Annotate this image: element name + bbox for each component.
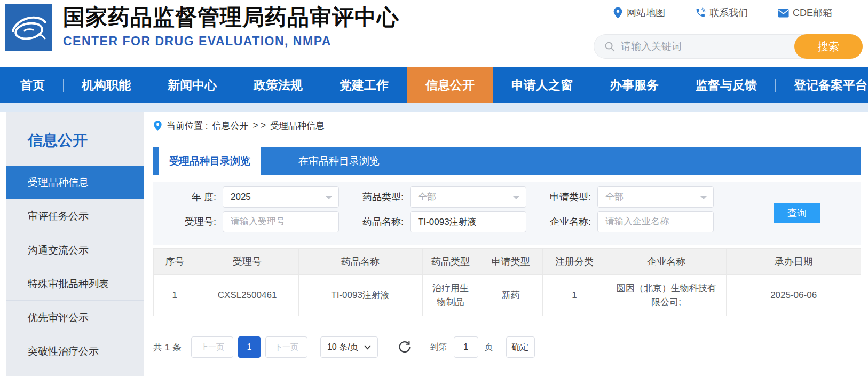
nav-item-news[interactable]: 新闻中心 <box>149 67 235 103</box>
filter-apply-type: 申请类型: 全部 <box>541 186 714 208</box>
contact-link[interactable]: 联系我们 <box>695 6 748 19</box>
acceptance-no-field <box>223 211 339 232</box>
tab-accepted-catalog[interactable]: 受理品种目录浏览 <box>159 147 261 175</box>
location-pin-icon <box>153 120 162 131</box>
cell-drug-type: 治疗用生物制品 <box>422 275 479 316</box>
filter-drug-type: 药品类型: 全部 <box>354 186 526 208</box>
header-quick-links: 网站地图 联系我们 CDE邮箱 <box>613 6 832 19</box>
search-input[interactable] <box>616 41 794 52</box>
nav-item-applicant-window[interactable]: 申请人之窗 <box>493 67 591 103</box>
breadcrumb-info-disclosure[interactable]: 信息公开 <box>212 120 248 132</box>
sidebar-item-accepted-varieties[interactable]: 受理品种信息 <box>6 166 144 199</box>
cell-company: 圆因（北京）生物科技有限公司; <box>606 275 727 316</box>
breadcrumb-divider <box>153 137 861 137</box>
sitemap-label: 网站地图 <box>627 6 665 19</box>
nav-item-supervision[interactable]: 监督与反馈 <box>677 67 775 103</box>
company-input[interactable] <box>598 212 713 232</box>
apply-type-value: 全部 <box>598 187 713 207</box>
filter-row-2: 受理号: 药品名称: 企业名称: <box>167 211 861 232</box>
col-date: 承办日期 <box>727 249 861 275</box>
year-select[interactable]: 2025 <box>223 186 339 208</box>
sidebar-item-priority-review[interactable]: 优先审评公示 <box>6 300 144 334</box>
company-field <box>597 211 714 232</box>
nav-item-info-disclosure[interactable]: 信息公开 <box>407 67 493 103</box>
confirm-button[interactable]: 确定 <box>506 336 535 358</box>
catalog-tabs: 受理品种目录浏览 在审品种目录浏览 <box>153 147 861 175</box>
sitemap-link[interactable]: 网站地图 <box>613 6 665 19</box>
year-label: 年 度: <box>167 191 216 203</box>
breadcrumb-accepted-varieties[interactable]: 受理品种信息 <box>270 120 325 132</box>
phone-icon <box>695 7 706 18</box>
cell-reg-class: 1 <box>542 275 606 316</box>
year-value: 2025 <box>223 187 338 207</box>
mail-label: CDE邮箱 <box>793 6 832 19</box>
nav-item-policies[interactable]: 政策法规 <box>235 67 321 103</box>
nav-item-services[interactable]: 办事服务 <box>591 67 677 103</box>
drug-name-field <box>410 211 526 232</box>
drug-name-input[interactable] <box>411 212 526 232</box>
goto-unit: 页 <box>485 342 493 353</box>
cde-logo[interactable] <box>5 4 52 51</box>
nav-item-party[interactable]: 党建工作 <box>321 67 407 103</box>
table-header-row: 序号 受理号 药品名称 药品类型 申请类型 注册分类 企业名称 承办日期 <box>154 249 861 275</box>
goto-page-input[interactable] <box>454 336 478 358</box>
query-button[interactable]: 查询 <box>774 203 820 223</box>
filter-company: 企业名称: <box>541 211 714 232</box>
page-size-select[interactable]: 10 条/页 <box>320 336 378 358</box>
col-company: 企业名称 <box>606 249 727 275</box>
search-button[interactable]: 搜索 <box>794 34 863 59</box>
mail-icon <box>778 9 789 18</box>
sidebar-item-communication[interactable]: 沟通交流公示 <box>6 233 144 267</box>
pagination: 共 1 条 上一页 1 下一页 10 条/页 到第 页 确定 <box>153 336 861 358</box>
breadcrumb: 当前位置 : 信息公开 > > 受理品种信息 <box>153 112 861 134</box>
site-search: 搜索 <box>594 34 863 59</box>
nav-item-home[interactable]: 首页 <box>2 67 63 103</box>
filter-panel: 年 度: 2025 药品类型: 全部 申请类型: 全部 <box>153 182 861 245</box>
site-header: 国家药品监督管理局药品审评中心 CENTER FOR DRUG EVALUATI… <box>0 0 868 67</box>
col-apply-type: 申请类型 <box>479 249 542 275</box>
total-count: 共 1 条 <box>153 341 182 354</box>
filter-row-1: 年 度: 2025 药品类型: 全部 申请类型: 全部 <box>167 186 861 208</box>
site-title: 国家药品监督管理局药品审评中心 <box>63 3 399 31</box>
chevron-down-icon <box>326 196 332 202</box>
nav-item-registration-platform[interactable]: 登记备案平台 <box>776 67 868 103</box>
mail-link[interactable]: CDE邮箱 <box>778 6 832 19</box>
next-page-button[interactable]: 下一页 <box>265 336 307 358</box>
sidebar-item-breakthrough-therapy[interactable]: 突破性治疗公示 <box>6 334 144 367</box>
col-drug-type: 药品类型 <box>422 249 479 275</box>
site-subtitle: CENTER FOR DRUG EVALUATION, NMPA <box>63 34 399 49</box>
col-acceptance-no: 受理号 <box>196 249 298 275</box>
goto-label: 到第 <box>430 342 447 353</box>
col-drug-name: 药品名称 <box>298 249 422 275</box>
brand-block: 国家药品监督管理局药品审评中心 CENTER FOR DRUG EVALUATI… <box>63 3 399 49</box>
apply-type-select[interactable]: 全部 <box>597 186 714 208</box>
drug-type-select[interactable]: 全部 <box>410 186 526 208</box>
sidebar-title: 信息公开 <box>6 112 144 166</box>
apply-type-label: 申请类型: <box>541 191 591 203</box>
filter-year: 年 度: 2025 <box>167 186 339 208</box>
nav-item-functions[interactable]: 机构职能 <box>64 67 149 103</box>
page-number-1[interactable]: 1 <box>238 336 261 358</box>
tab-under-review-catalog[interactable]: 在审品种目录浏览 <box>261 147 417 175</box>
main-nav: 首页 机构职能 新闻中心 政策法规 党建工作 信息公开 申请人之窗 办事服务 监… <box>0 67 868 103</box>
drug-name-label: 药品名称: <box>354 215 404 228</box>
cell-seq: 1 <box>154 275 196 316</box>
breadcrumb-separator: > > <box>252 120 266 131</box>
search-icon <box>604 41 616 52</box>
acceptance-no-input[interactable] <box>223 212 338 232</box>
filter-drug-name: 药品名称: <box>354 211 526 232</box>
sidebar-item-special-approval[interactable]: 特殊审批品种列表 <box>6 267 144 300</box>
sidebar-item-review-tasks[interactable]: 审评任务公示 <box>6 199 144 233</box>
breadcrumb-prefix: 当前位置 : <box>167 120 208 132</box>
acceptance-no-label: 受理号: <box>167 215 216 228</box>
sidebar: 信息公开 受理品种信息 审评任务公示 沟通交流公示 特殊审批品种列表 优先审评公… <box>6 112 144 376</box>
refresh-icon[interactable] <box>397 339 413 355</box>
results-table: 序号 受理号 药品名称 药品类型 申请类型 注册分类 企业名称 承办日期 1 C… <box>153 248 861 316</box>
prev-page-button[interactable]: 上一页 <box>191 336 233 358</box>
drug-type-value: 全部 <box>411 187 526 207</box>
main-content: 当前位置 : 信息公开 > > 受理品种信息 受理品种目录浏览 在审品种目录浏览… <box>153 112 861 376</box>
col-seq: 序号 <box>154 249 196 275</box>
chevron-down-icon <box>513 196 519 202</box>
chevron-down-icon <box>364 345 371 350</box>
company-label: 企业名称: <box>541 215 591 228</box>
